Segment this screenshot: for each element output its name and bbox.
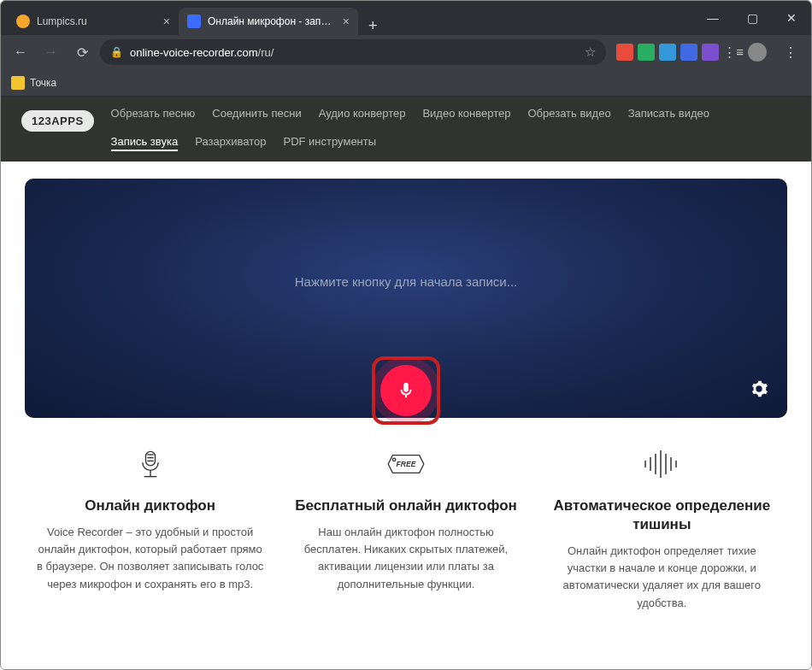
feature-title: Автоматическое определение тишины xyxy=(547,497,777,534)
page-content[interactable]: 123APPS Обрезать песню Соединить песни А… xyxy=(1,97,811,669)
annotation-highlight xyxy=(372,356,440,425)
new-tab-button[interactable]: + xyxy=(358,17,388,35)
bookmarks-bar: Точка xyxy=(1,69,811,97)
extension-icon[interactable] xyxy=(659,44,676,61)
nav-link-cut-video[interactable]: Обрезать видео xyxy=(527,107,610,120)
nav-link-unarchiver[interactable]: Разархиватор xyxy=(195,135,266,151)
gear-icon xyxy=(750,379,768,398)
free-tag-icon: FREE xyxy=(291,444,521,485)
site-header: 123APPS Обрезать песню Соединить песни А… xyxy=(1,97,811,162)
nav-link-record-video[interactable]: Записать видео xyxy=(628,107,709,120)
extension-icons: ⋮≡ xyxy=(611,43,772,62)
bookmark-star-icon[interactable]: ☆ xyxy=(585,44,596,60)
feature-desc: Онлайн диктофон определяет тихие участки… xyxy=(547,543,777,612)
minimize-button[interactable]: — xyxy=(693,1,733,35)
nav-link-audio-converter[interactable]: Аудио конвертер xyxy=(319,107,406,120)
feature-desc: Наш онлайн диктофон полностью бесплатен.… xyxy=(291,524,521,593)
feature-card: Автоматическое определение тишины Онлайн… xyxy=(547,444,777,612)
bookmark-item[interactable]: Точка xyxy=(11,76,56,90)
feature-card: Онлайн диктофон Voice Recorder – это удо… xyxy=(35,444,265,612)
close-tab-icon[interactable]: × xyxy=(343,15,350,28)
feature-desc: Voice Recorder – это удобный и простой о… xyxy=(35,524,265,593)
tab-title: Онлайн микрофон - запись гол xyxy=(208,15,336,27)
extension-icon[interactable] xyxy=(616,44,633,61)
profile-avatar[interactable] xyxy=(748,43,767,62)
window-titlebar: Lumpics.ru × Онлайн микрофон - запись го… xyxy=(1,1,811,35)
forward-button[interactable]: → xyxy=(38,39,64,65)
browser-tab-0[interactable]: Lumpics.ru × xyxy=(8,8,179,35)
feature-title: Бесплатный онлайн диктофон xyxy=(291,497,521,515)
browser-tabs: Lumpics.ru × Онлайн микрофон - запись го… xyxy=(1,1,388,35)
record-button[interactable] xyxy=(380,365,432,416)
lock-icon: 🔒 xyxy=(110,46,123,58)
back-button[interactable]: ← xyxy=(8,39,33,65)
url-text: online-voice-recorder.com/ru/ xyxy=(130,46,578,59)
recorder-hero: Нажмите кнопку для начала записи... xyxy=(25,179,787,418)
reload-button[interactable]: ⟳ xyxy=(69,39,95,65)
nav-link-join-songs[interactable]: Соединить песни xyxy=(212,107,301,120)
feature-title: Онлайн диктофон xyxy=(35,497,265,515)
address-bar[interactable]: 🔒 online-voice-recorder.com/ru/ ☆ xyxy=(100,39,606,65)
nav-link-record-audio[interactable]: Запись звука xyxy=(111,135,179,151)
close-window-button[interactable]: ✕ xyxy=(772,1,811,35)
sound-wave-icon xyxy=(547,444,777,485)
settings-button[interactable] xyxy=(750,379,768,403)
browser-menu-button[interactable]: ⋮ xyxy=(777,44,804,61)
svg-text:FREE: FREE xyxy=(396,460,415,468)
extension-icon[interactable] xyxy=(680,44,697,61)
svg-point-6 xyxy=(392,458,395,461)
recorder-prompt: Нажмите кнопку для начала записи... xyxy=(295,274,517,289)
bookmark-label: Точка xyxy=(30,77,56,89)
feature-card: FREE Бесплатный онлайн диктофон Наш онла… xyxy=(291,444,521,612)
tab-title: Lumpics.ru xyxy=(37,15,156,27)
site-nav: Обрезать песню Соединить песни Аудио кон… xyxy=(111,107,791,151)
folder-icon xyxy=(11,76,25,90)
extension-icon[interactable] xyxy=(638,44,655,61)
nav-link-pdf-tools[interactable]: PDF инструменты xyxy=(284,135,377,151)
browser-tab-1[interactable]: Онлайн микрофон - запись гол × xyxy=(179,8,358,35)
microphone-icon xyxy=(397,381,415,400)
reading-list-icon[interactable]: ⋮≡ xyxy=(723,44,744,60)
favicon-icon xyxy=(16,15,30,28)
features-row: Онлайн диктофон Voice Recorder – это удо… xyxy=(1,418,811,629)
browser-toolbar: ← → ⟳ 🔒 online-voice-recorder.com/ru/ ☆ … xyxy=(1,35,811,69)
svg-rect-0 xyxy=(145,451,155,466)
nav-link-cut-song[interactable]: Обрезать песню xyxy=(111,107,196,120)
close-tab-icon[interactable]: × xyxy=(163,15,170,28)
favicon-icon xyxy=(187,15,201,28)
maximize-button[interactable]: ▢ xyxy=(733,1,772,35)
site-logo[interactable]: 123APPS xyxy=(21,110,94,132)
extension-icon[interactable] xyxy=(702,44,719,61)
window-controls: — ▢ ✕ xyxy=(693,1,811,35)
microphone-classic-icon xyxy=(35,444,265,485)
nav-link-video-converter[interactable]: Видео конвертер xyxy=(422,107,510,120)
